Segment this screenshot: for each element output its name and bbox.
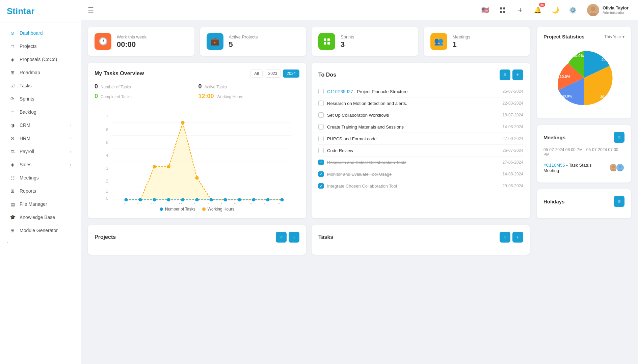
tasks-overview-panel: My Tasks Overview All 2023 2024 0 Number… [88, 63, 306, 218]
todo-item-3: Set Up Collaboration Workflows 18-07-202… [318, 109, 523, 121]
todos-add-button[interactable]: + [512, 69, 523, 80]
sidebar-item-payroll[interactable]: ⚖ Payroll › [3, 145, 78, 158]
tasks-overview-title: My Tasks Overview [95, 71, 144, 77]
module-generator-icon: ⊞ [9, 227, 16, 233]
legend-hours-label: Working Hours [208, 207, 234, 212]
todo-date-7: 27-06-2024 [503, 160, 523, 165]
dashboard-icon: ⊙ [9, 30, 16, 36]
meetings-list-button[interactable]: ≡ [614, 132, 624, 143]
todo-checkbox-3[interactable] [318, 112, 324, 118]
sprints-icon [318, 33, 335, 50]
holidays-title: Holidays [543, 199, 565, 204]
filter-2024[interactable]: 2024 [283, 69, 299, 78]
todo-date-3: 18-07-2024 [503, 113, 523, 117]
svg-point-40 [280, 198, 284, 201]
filter-tabs: All 2023 2024 [250, 69, 299, 78]
todo-item-7: ✓ Research and Select Collaboration Tool… [318, 157, 523, 168]
bottom-row: Projects ≡ + Tasks ≡ + [88, 225, 530, 255]
sidebar-nav: ⊙ Dashboard ◻ Projects ◈ Proposals (CoCo… [0, 23, 81, 364]
todo-text-5: PHPCS and Format code [327, 136, 499, 141]
user-role: Administrator [603, 10, 629, 15]
projects-list-button[interactable]: ≡ [276, 232, 287, 243]
notifications-button[interactable]: 🔔 55 [532, 4, 544, 16]
sidebar-item-roadmap[interactable]: ⊞ Roadmap [3, 66, 78, 79]
sidebar-item-module-generator[interactable]: ⊞ Module Generator [3, 224, 78, 237]
sidebar-item-label: HRM [20, 136, 30, 141]
sidebar-item-sprints[interactable]: ⟳ Sprints [3, 92, 78, 105]
todo-link-1[interactable]: C110P35-I27 [327, 89, 353, 94]
main-panel: 🕐 Work this week 00:00 💼 Active Projects… [88, 27, 530, 357]
chevron-right-icon: › [70, 136, 71, 140]
todo-checkbox-5[interactable] [318, 136, 324, 141]
svg-rect-12 [327, 42, 330, 45]
sidebar-item-tasks[interactable]: ☑ Tasks [3, 79, 78, 92]
svg-text:Aug: Aug [220, 202, 227, 204]
sidebar-item-sales[interactable]: ◈ Sales › [3, 158, 78, 171]
sidebar-item-file-manager[interactable]: ▤ File Manager [3, 198, 78, 211]
sidebar-item-label: Roadmap [20, 70, 40, 75]
theme-toggle[interactable]: 🌙 [549, 4, 561, 16]
todo-text-1: C110P35-I27 - Project Pinnacle Structure [327, 89, 499, 94]
menu-button[interactable]: ☰ [88, 6, 94, 14]
apps-button[interactable] [497, 4, 509, 16]
svg-rect-0 [500, 7, 502, 9]
todo-checkbox-1[interactable] [318, 89, 324, 94]
projects-add-button[interactable]: + [289, 232, 299, 243]
sidebar-item-label: Dashboard [20, 30, 43, 36]
sidebar-item-projects[interactable]: ◻ Projects [3, 40, 78, 53]
sprints-icon: ⟳ [9, 96, 16, 102]
todo-item-2: Research on Motion detection and alerts.… [318, 97, 523, 109]
user-profile[interactable]: Olivia Taylor Administrator [584, 3, 631, 18]
todo-checkbox-8[interactable]: ✓ [318, 171, 324, 177]
sidebar-item-hrm[interactable]: ⊙ HRM › [3, 132, 78, 145]
sidebar-item-reports[interactable]: ⊞ Reports [3, 185, 78, 197]
todo-date-8: 14-08-2024 [503, 172, 523, 176]
todo-checkbox-2[interactable] [318, 101, 324, 106]
svg-point-66 [619, 165, 621, 168]
year-select[interactable]: This Year ▾ [604, 34, 624, 39]
meeting-link[interactable]: #C110M55 [543, 163, 565, 168]
completed-tasks-label: Completed Tasks [101, 94, 132, 99]
app-logo: Stintar [0, 0, 81, 23]
svg-text:3: 3 [106, 166, 108, 171]
todo-item-9: ✓ Integrate Chosen Collaboration Tool 29… [318, 180, 523, 192]
filter-2023[interactable]: 2023 [265, 69, 281, 78]
svg-text:6: 6 [106, 127, 108, 132]
sidebar-item-dashboard[interactable]: ⊙ Dashboard [3, 27, 78, 39]
todo-checkbox-4[interactable] [318, 124, 324, 130]
sidebar-item-proposals[interactable]: ◈ Proposals (CoCo) [3, 53, 78, 66]
filter-all[interactable]: All [250, 69, 262, 78]
svg-text:Jan: Jan [123, 202, 129, 204]
sidebar-item-label: Module Generator [20, 228, 58, 233]
todo-checkbox-9[interactable]: ✓ [318, 183, 324, 189]
meetings-icon: ☷ [9, 175, 16, 181]
tasks-list-button[interactable]: ≡ [500, 232, 510, 243]
number-of-tasks-stat: 0 Number of Tasks [95, 83, 196, 90]
todos-list-button[interactable]: ≡ [500, 69, 510, 80]
todos-panel: To Dos ≡ + C110P35-I27 - Project Pinnacl… [312, 63, 530, 218]
stats-row: 🕐 Work this week 00:00 💼 Active Projects… [88, 27, 530, 56]
sidebar-item-backlog[interactable]: ≡ Backlog [3, 106, 78, 118]
todo-checkbox-6[interactable] [318, 148, 324, 153]
sidebar-item-label: Knowledge Base [20, 215, 55, 220]
holidays-panel: Holidays ≡ [537, 189, 631, 218]
settings-button[interactable]: ⚙️ [567, 4, 579, 16]
sidebar-item-meetings[interactable]: ☷ Meetings [3, 171, 78, 184]
language-selector[interactable]: 🇺🇸 [479, 4, 491, 16]
sidebar-item-knowledge-base[interactable]: 🎓 Knowledge Base [3, 211, 78, 224]
holidays-list-button[interactable]: ≡ [614, 196, 624, 207]
svg-text:Feb: Feb [137, 202, 143, 204]
tasks-add-button[interactable]: + [512, 232, 523, 243]
svg-text:7: 7 [106, 114, 108, 119]
hrm-icon: ⊙ [9, 135, 16, 141]
payroll-icon: ⚖ [9, 148, 16, 155]
meetings-text: Meetings 1 [453, 34, 471, 49]
sidebar-item-label: File Manager [20, 201, 47, 207]
stat-card-active-projects: 💼 Active Projects 5 [200, 27, 307, 56]
todo-text-7: Research and Select Collaboration Tools [327, 160, 499, 165]
work-week-value: 00:00 [117, 40, 147, 49]
projects-panel-title: Projects [95, 234, 116, 240]
add-button[interactable] [514, 4, 526, 16]
sidebar-item-crm[interactable]: ◑ CRM › [3, 119, 78, 132]
todo-checkbox-7[interactable]: ✓ [318, 160, 324, 165]
